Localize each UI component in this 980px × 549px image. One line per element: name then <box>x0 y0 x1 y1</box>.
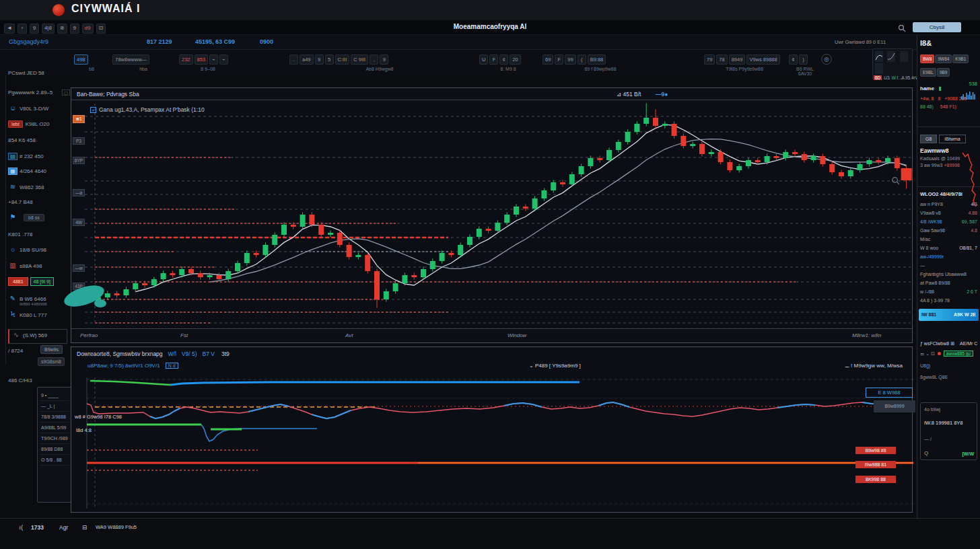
market-data-row[interactable]: 4A 8 ) 3-99 78 <box>920 296 977 305</box>
sidebar-item-box[interactable]: ▢ <box>62 89 70 96</box>
grid-icon[interactable]: ⊟ <box>82 524 87 531</box>
indicator-grey-box[interactable]: B9w8999 <box>874 400 915 412</box>
quotes-symbol[interactable]: hame <box>920 85 934 92</box>
toolbar-button[interactable]: U <box>479 54 488 65</box>
indicator-blue-button[interactable]: E 8 W988 <box>866 388 913 398</box>
sidebar-panel-row[interactable]: 78/8 3/9888 <box>40 412 69 423</box>
sidebar-item[interactable]: ϞK080 L 777 <box>8 311 70 324</box>
news-title-2[interactable]: AE/Mr C <box>960 341 977 346</box>
toolbar-button[interactable]: B9:88 <box>588 54 606 65</box>
toolbar-button[interactable]: ) <box>799 54 808 65</box>
thumbnail-icon[interactable] <box>875 51 883 62</box>
right-panel-tab[interactable]: K9B1 <box>952 54 969 63</box>
view-tab[interactable]: G8 <box>920 135 937 143</box>
drawing-highlight-tail[interactable] <box>94 299 106 307</box>
sidebar-green-button[interactable]: 48 [9I 9] <box>30 277 54 286</box>
toolbar-button[interactable]: 8949 <box>729 54 746 65</box>
sidebar-item[interactable]: ▤# 232 450 <box>8 153 70 166</box>
oscillator-chart[interactable] <box>71 347 913 513</box>
chart-side-badge[interactable]: —w <box>73 264 85 272</box>
nav-pill-button[interactable]: Cbys8 <box>913 22 961 32</box>
toolbar-button[interactable]: . <box>289 54 298 65</box>
sidebar-panel-row[interactable]: O 5/8 . 88 <box>40 455 69 466</box>
toolbar-button[interactable]: 9 <box>380 54 388 65</box>
sidebar-item[interactable]: Pgwwwwrk 2.89–5▢ <box>8 89 70 103</box>
sidebar-item[interactable]: ☼18/8 SU/98 <box>8 246 70 259</box>
market-data-row[interactable]: w /-/88 2 6 T <box>920 287 977 296</box>
sidebar-item[interactable]: ▦4/264 4640 <box>8 168 70 181</box>
toolbar-button[interactable]: 99 <box>565 54 575 65</box>
sidebar-panel-row[interactable]: 89/88 D88 <box>40 444 69 455</box>
grid-icon[interactable]: ⊞ <box>950 341 954 346</box>
toolbar-button[interactable]: 853 <box>195 54 209 65</box>
chart-side-badge[interactable]: 8YP <box>73 157 85 164</box>
right-panel-tab[interactable]: 9W84 <box>935 54 952 63</box>
toolbar-button[interactable]: 78 <box>716 54 727 65</box>
sidebar-panel-row[interactable]: A9/88L 5/99 <box>40 423 69 433</box>
thumbnail-icon[interactable] <box>887 51 895 62</box>
list-icon[interactable]: ⚌ <box>920 351 924 356</box>
toolbar-button[interactable]: F <box>489 54 498 65</box>
right-panel-tab[interactable]: 8W8 <box>920 54 934 63</box>
sidebar-item[interactable]: PCswd JED 58 <box>8 70 70 83</box>
sidebar-item[interactable]: IebtK98L O20 <box>8 120 70 134</box>
sidebar-item[interactable]: ☺V80L 3-D/W <box>8 104 70 118</box>
toolbar-button[interactable]: a49 <box>300 54 314 65</box>
toolbar-button[interactable]: ¢ <box>499 54 508 65</box>
sidebar-item-pill[interactable]: b8 ss <box>24 214 44 221</box>
toolbar-button[interactable]: C 9III <box>351 54 368 65</box>
toolbar-button[interactable]: 5 <box>325 54 334 65</box>
sentiment-gauge[interactable]: IW 881 A9K W 2E <box>919 309 979 321</box>
sidebar-item[interactable]: ≋W862 368 <box>8 183 70 196</box>
window-icon[interactable]: ⊡ <box>931 351 935 356</box>
badge-icon[interactable]: ◎ <box>821 54 832 65</box>
toolbar-button[interactable]: 69 <box>542 54 553 65</box>
market-data-row[interactable]: — <box>920 261 977 270</box>
sidebar-item[interactable]: / 8724B9w9ss9G8sm8 <box>8 348 70 361</box>
sidebar-item[interactable]: ⚑b8 ss <box>8 213 70 227</box>
toolbar-button[interactable]: ( <box>578 54 586 65</box>
right-panel-tab[interactable]: 9B9 <box>937 68 950 77</box>
market-data-row[interactable]: 4/8 /WK98 69, 587 <box>920 217 977 226</box>
toolbar-button[interactable]: , <box>370 54 378 65</box>
toolbar-button[interactable]: 79 <box>704 54 715 65</box>
toolbar-button[interactable]: 20 <box>510 54 520 65</box>
sidebar-red-button[interactable]: 4881 <box>8 277 28 286</box>
sidebar-item[interactable]: ▥s88A 498 <box>8 262 70 275</box>
sidebar-stack-button-2[interactable]: s9G8sm8 <box>38 357 65 366</box>
toolbar-button[interactable]: 78w8wwww— <box>112 54 149 65</box>
chart-side-badge[interactable]: P3 <box>73 137 85 145</box>
sidebar-item[interactable]: ∿(S.W) 569 <box>8 329 67 344</box>
order-box-confirm[interactable]: [W/W <box>963 451 975 456</box>
sidebar-item[interactable]: 854 K6 458 <box>8 137 70 151</box>
market-data-row[interactable]: W 8 woo O8/81, 7 <box>920 244 977 252</box>
view-tab[interactable]: IBtwma <box>939 135 965 143</box>
chart-side-badge[interactable]: 4W <box>73 219 85 226</box>
sidebar-panel-row[interactable]: — _L | <box>40 401 69 412</box>
toolbar-button[interactable]: 232 <box>179 54 193 65</box>
market-data-row[interactable]: Gaw 5aw98 4.8 <box>920 226 977 235</box>
market-data-row[interactable]: Fghanbghs Ubawww8 <box>920 270 977 279</box>
sidebar-item[interactable]: 488148 [9I 9] <box>8 277 70 291</box>
search-icon[interactable] <box>898 23 906 35</box>
market-data-row[interactable]: aw-/49999r <box>920 252 977 261</box>
toolbar-button[interactable]: V9ws 89888 <box>746 54 779 65</box>
toolbar-button[interactable]: C:III <box>335 54 350 65</box>
toolbar-button[interactable]: ¢ <box>789 54 798 65</box>
chart-side-badge[interactable]: ≣1 <box>73 115 85 123</box>
sidebar-item[interactable]: +84.7 B48 <box>8 199 70 213</box>
chart-side-badge[interactable]: —a <box>73 189 85 196</box>
sidebar-panel-row[interactable]: 9 ▪ ____ <box>40 390 69 401</box>
order-box-q-icon[interactable]: Q <box>924 450 928 456</box>
chevron-down-icon[interactable]: ⌄ <box>925 351 930 356</box>
right-panel-tab[interactable]: E9BL <box>920 68 936 77</box>
symbol-name[interactable]: Gbgsgagdy4r9 <box>9 38 48 45</box>
sidebar-item[interactable]: ✎B W6 6466 W899 4489998 <box>8 295 70 308</box>
toolbar-button[interactable]: 9 <box>315 54 324 65</box>
toolbar-button[interactable]: 498 <box>74 54 88 65</box>
toolbar-button[interactable]: ⌁ <box>209 54 218 65</box>
main-candlestick-chart[interactable] <box>71 100 913 329</box>
sidebar-item[interactable]: K801 .778 <box>8 231 70 245</box>
zoom-icon[interactable] <box>891 176 900 188</box>
sidebar-panel-row[interactable]: T9/9CH /989 <box>40 433 69 444</box>
